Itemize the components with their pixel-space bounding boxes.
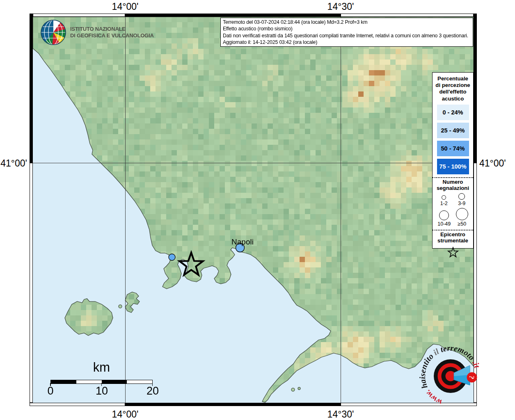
scalebar-unit: km [50, 360, 153, 375]
terrain-map-canvas [33, 17, 474, 403]
ingv-logo: ISTITUTO NAZIONALE DI GEOFISICA E VULCAN… [40, 19, 154, 46]
wm-terremoto: terremoto [439, 343, 476, 362]
signal-size-1-2: 1-2 [440, 195, 448, 206]
info-line-data: Dati non verificati estratti da 145 ques… [223, 32, 471, 39]
ingv-name-line2: DI GEOFISICA E VULCANOLOGIA [70, 32, 154, 39]
signal-size-3-9: 3-9 [458, 193, 465, 206]
frame-top-mid [125, 14, 341, 17]
signal-label-1-2: 1-2 [440, 201, 448, 206]
frame-bottom-mid [125, 403, 341, 406]
info-line-updated: Aggiornato il: 14-12-2025 03:42 (ora loc… [223, 39, 471, 46]
legend-swatch-25-49: 25 - 49% [437, 123, 469, 138]
wm-it: .it [471, 359, 482, 370]
wm-il: il [432, 347, 441, 357]
legend-title-2: di percezione [433, 82, 473, 89]
info-line-event: Terremoto del 03-07-2024 02:18:44 (ora l… [223, 19, 471, 25]
haisentitoilterremoto-logo: ? www. haisentito il terremoto .it [412, 337, 490, 415]
scalebar-seg-3 [102, 380, 127, 383]
legend-title-3: dell'effetto [433, 89, 473, 95]
scalebar-seg-2 [76, 380, 102, 383]
legend-swatch-75-100-label: 75 - 100% [439, 163, 466, 170]
frame-left-bottom [30, 163, 33, 403]
legend-title-1: Percentuale [433, 75, 473, 82]
lon-label-top-1: 14°00' [101, 1, 150, 12]
scalebar-label-20: 20 [136, 385, 169, 397]
frame-left-top [30, 17, 33, 163]
legend-epicenter-star-icon [447, 247, 459, 259]
legend-epicenter-title-1: Epicentro [433, 231, 473, 238]
ingv-globe-icon [40, 19, 66, 46]
signal-circle-50plus-icon [456, 208, 468, 220]
scalebar-label-10: 10 [85, 385, 118, 397]
legend-swatch-50-74-label: 50 - 74% [441, 145, 465, 152]
legend-swatch-0-24-label: 0 - 24% [443, 109, 463, 116]
lon-label-bottom-2: 14°30' [316, 409, 365, 420]
earthquake-info-box: Terremoto del 03-07-2024 02:18:44 (ora l… [220, 18, 473, 47]
lon-label-bottom-1: 14°00' [101, 409, 150, 420]
signal-circle-1-2-icon [442, 195, 446, 200]
legend-swatch-25-49-label: 25 - 49% [441, 127, 465, 134]
frame-corner-tr [474, 14, 477, 17]
ingv-name-line1: ISTITUTO NAZIONALE [70, 26, 154, 32]
legend-swatch-75-100: 75 - 100% [437, 159, 469, 174]
legend-swatch-50-74: 50 - 74% [437, 141, 469, 156]
legend-signals-title-2: segnalazioni [433, 185, 473, 192]
scalebar-seg-1 [51, 380, 76, 383]
signal-circle-3-9-icon [458, 193, 465, 200]
lat-label-left: 41°00' [0, 158, 27, 169]
scalebar-seg-4 [127, 380, 152, 383]
lat-label-right: 41°00' [479, 158, 515, 169]
legend-signals-title-1: Numero [433, 179, 473, 185]
legend-title-4: acustico [433, 96, 473, 102]
lon-label-top-2: 14°30' [316, 1, 365, 12]
signal-label-50plus: ≥50 [458, 221, 466, 227]
signal-label-10-49: 10-49 [437, 221, 451, 227]
frame-bottom-left [30, 403, 125, 406]
frame-corner-tl [30, 14, 33, 17]
signal-size-50plus: ≥50 [456, 208, 468, 227]
legend-panel: Percentuale di percezione dell'effetto a… [432, 72, 474, 249]
wm-www: www. [422, 388, 443, 407]
signal-size-10-49: 10-49 [437, 210, 451, 227]
frame-right-top [474, 17, 477, 163]
signal-label-3-9: 3-9 [458, 201, 465, 206]
frame-top-right [341, 14, 474, 17]
frame-top-left [33, 14, 125, 17]
scalebar-label-0: 0 [34, 385, 67, 397]
info-line-effect: Effetto acustico (rombo sismico) [223, 25, 471, 32]
wm-hai: haisentito [418, 352, 435, 390]
legend-swatch-0-24: 0 - 24% [437, 105, 469, 120]
signal-circle-10-49-icon [439, 210, 449, 220]
legend-epicenter-title-2: strumentale [433, 237, 473, 244]
